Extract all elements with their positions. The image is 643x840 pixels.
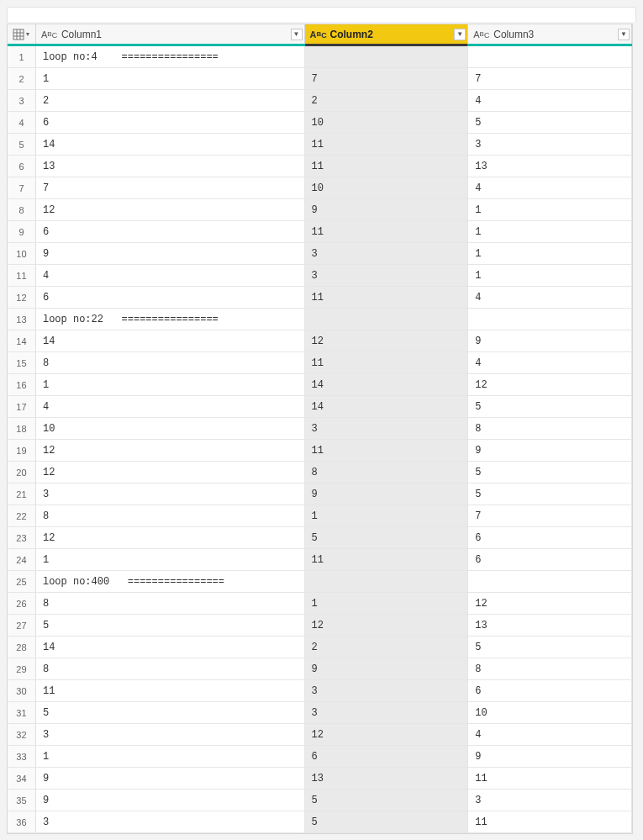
cell-column2[interactable]: 2	[305, 90, 469, 111]
row-number[interactable]: 14	[8, 330, 36, 351]
table-row[interactable]: 231256	[8, 527, 632, 549]
cell-column2[interactable]: 8	[305, 462, 469, 483]
table-row[interactable]: 6131113	[8, 156, 632, 177]
row-number[interactable]: 23	[8, 527, 36, 548]
row-number[interactable]: 29	[8, 658, 36, 679]
filter-dropdown-icon[interactable]: ▼	[291, 29, 303, 40]
cell-column1[interactable]: 4	[36, 396, 305, 417]
cell-column3[interactable]: 3	[468, 790, 632, 811]
cell-column1[interactable]: 3	[36, 724, 305, 745]
cell-column2[interactable]: 9	[305, 199, 469, 220]
cell-column1[interactable]: 1	[36, 68, 305, 89]
cell-column1[interactable]: 12	[36, 440, 305, 461]
cell-column2[interactable]: 3	[305, 418, 469, 439]
cell-column2[interactable]: 7	[305, 68, 469, 89]
cell-column1[interactable]: 9	[36, 243, 305, 264]
cell-column1[interactable]: 10	[36, 418, 305, 439]
table-row[interactable]: 301136	[8, 680, 632, 702]
table-row[interactable]: 46105	[8, 112, 632, 134]
cell-column1[interactable]: 5	[36, 702, 305, 723]
cell-column3[interactable]: 1	[468, 199, 632, 220]
cell-column1[interactable]: 8	[36, 505, 305, 526]
table-row[interactable]: 96111	[8, 221, 632, 243]
table-row[interactable]: 315310	[8, 702, 632, 724]
cell-column3[interactable]: 11	[468, 811, 632, 832]
row-number[interactable]: 8	[8, 199, 36, 220]
cell-column3[interactable]: 3	[468, 134, 632, 155]
cell-column2[interactable]: 11	[305, 352, 469, 373]
cell-column1[interactable]: 14	[36, 134, 305, 155]
cell-column2[interactable]: 12	[305, 330, 469, 351]
cell-column1[interactable]: 9	[36, 790, 305, 811]
cell-column1[interactable]: 1	[36, 374, 305, 395]
cell-column3[interactable]: 1	[468, 243, 632, 264]
table-row[interactable]: 126114	[8, 287, 632, 309]
cell-column3[interactable]: 1	[468, 221, 632, 242]
cell-column3[interactable]: 9	[468, 440, 632, 461]
cell-column2[interactable]	[305, 46, 469, 67]
table-row[interactable]: 3224	[8, 90, 632, 112]
table-row[interactable]: 323124	[8, 724, 632, 746]
row-number[interactable]: 16	[8, 374, 36, 395]
cell-column2[interactable]: 3	[305, 243, 469, 264]
row-number[interactable]: 3	[8, 90, 36, 111]
cell-column1[interactable]: 1	[36, 746, 305, 767]
cell-column2[interactable]: 12	[305, 615, 469, 636]
table-menu-button[interactable]: ▼	[8, 24, 36, 44]
cell-column3[interactable]: 13	[468, 615, 632, 636]
row-number[interactable]: 24	[8, 549, 36, 570]
cell-column2[interactable]: 9	[305, 483, 469, 505]
row-number[interactable]: 31	[8, 702, 36, 723]
cell-column2[interactable]: 6	[305, 746, 469, 767]
cell-column2[interactable]: 11	[305, 221, 469, 242]
table-row[interactable]: 181038	[8, 418, 632, 440]
cell-column1[interactable]: loop no:4 ================	[36, 46, 305, 67]
cell-column3[interactable]: 4	[468, 287, 632, 308]
table-row[interactable]: 21395	[8, 483, 632, 505]
table-row[interactable]: 2751213	[8, 615, 632, 637]
cell-column3[interactable]	[468, 309, 632, 330]
cell-column1[interactable]: 9	[36, 768, 305, 789]
table-row[interactable]: 158114	[8, 352, 632, 374]
cell-column2[interactable]: 10	[305, 112, 469, 133]
cell-column3[interactable]: 11	[468, 768, 632, 789]
cell-column3[interactable]: 6	[468, 549, 632, 570]
cell-column2[interactable]: 1	[305, 593, 469, 614]
table-row[interactable]: 1912119	[8, 440, 632, 462]
cell-column1[interactable]: 2	[36, 90, 305, 111]
row-number[interactable]: 25	[8, 571, 36, 592]
cell-column2[interactable]: 5	[305, 790, 469, 811]
row-number[interactable]: 26	[8, 593, 36, 614]
row-number[interactable]: 4	[8, 112, 36, 133]
row-number[interactable]: 11	[8, 265, 36, 286]
table-row[interactable]: 29898	[8, 658, 632, 680]
table-row[interactable]: 363511	[8, 811, 632, 833]
cell-column3[interactable]: 4	[468, 724, 632, 745]
cell-column1[interactable]: 7	[36, 177, 305, 198]
cell-column2[interactable]: 11	[305, 440, 469, 461]
row-number[interactable]: 22	[8, 505, 36, 526]
cell-column2[interactable]: 3	[305, 680, 469, 701]
cell-column3[interactable]: 1	[468, 265, 632, 286]
row-number[interactable]: 12	[8, 287, 36, 308]
cell-column3[interactable]: 5	[468, 637, 632, 658]
cell-column1[interactable]: 8	[36, 352, 305, 373]
cell-column2[interactable]	[305, 309, 469, 330]
table-row[interactable]: 22817	[8, 505, 632, 527]
cell-column1[interactable]: 6	[36, 287, 305, 308]
row-number[interactable]: 13	[8, 309, 36, 330]
cell-column2[interactable]: 5	[305, 527, 469, 548]
cell-column3[interactable]: 12	[468, 374, 632, 395]
cell-column1[interactable]: 13	[36, 156, 305, 177]
table-row[interactable]: 81291	[8, 199, 632, 221]
table-row[interactable]: 241116	[8, 549, 632, 571]
cell-column2[interactable]: 9	[305, 658, 469, 679]
row-number[interactable]: 15	[8, 352, 36, 373]
cell-column3[interactable]: 7	[468, 505, 632, 526]
cell-column3[interactable]	[468, 571, 632, 592]
table-row[interactable]: 3491311	[8, 768, 632, 790]
table-row[interactable]: 1611412	[8, 374, 632, 396]
cell-column1[interactable]: 8	[36, 658, 305, 679]
cell-column1[interactable]: 5	[36, 615, 305, 636]
table-row[interactable]: 25loop no:400 ================	[8, 571, 632, 593]
